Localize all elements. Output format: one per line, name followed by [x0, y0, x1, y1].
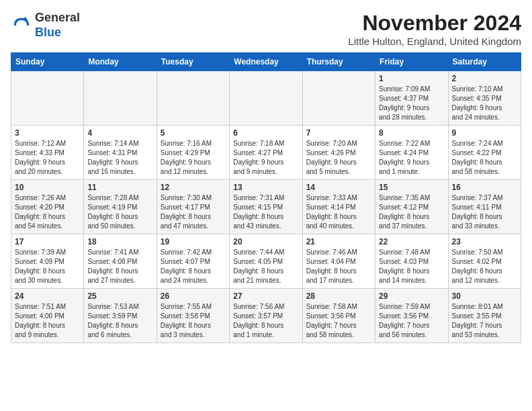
calendar-day-cell: 5Sunrise: 7:16 AM Sunset: 4:29 PM Daylig… [157, 126, 229, 180]
weekday-header-cell: Sunday [11, 53, 84, 71]
calendar-day-cell: 7Sunrise: 7:20 AM Sunset: 4:26 PM Daylig… [302, 126, 375, 180]
day-info: Sunrise: 7:12 AM Sunset: 4:33 PM Dayligh… [15, 139, 80, 177]
calendar-day-cell: 26Sunrise: 7:55 AM Sunset: 3:58 PM Dayli… [157, 289, 229, 343]
day-info: Sunrise: 8:01 AM Sunset: 3:55 PM Dayligh… [452, 302, 517, 340]
day-number: 27 [233, 291, 298, 301]
weekday-header-cell: Saturday [448, 53, 521, 71]
calendar-day-cell: 8Sunrise: 7:22 AM Sunset: 4:24 PM Daylig… [375, 126, 448, 180]
day-info: Sunrise: 7:24 AM Sunset: 4:22 PM Dayligh… [452, 139, 517, 177]
day-number: 4 [87, 128, 152, 138]
day-info: Sunrise: 7:41 AM Sunset: 4:08 PM Dayligh… [87, 248, 152, 285]
day-number: 30 [452, 291, 517, 301]
calendar-day-cell: 23Sunrise: 7:50 AM Sunset: 4:02 PM Dayli… [448, 234, 521, 289]
day-number: 18 [87, 237, 152, 246]
calendar-day-cell: 25Sunrise: 7:53 AM Sunset: 3:59 PM Dayli… [84, 289, 157, 343]
calendar-day-cell: 14Sunrise: 7:33 AM Sunset: 4:14 PM Dayli… [302, 180, 375, 234]
calendar-day-cell: 28Sunrise: 7:58 AM Sunset: 3:56 PM Dayli… [302, 289, 375, 343]
day-info: Sunrise: 7:18 AM Sunset: 4:27 PM Dayligh… [233, 139, 298, 177]
day-info: Sunrise: 7:30 AM Sunset: 4:17 PM Dayligh… [161, 193, 226, 231]
calendar-day-cell: 12Sunrise: 7:30 AM Sunset: 4:17 PM Dayli… [157, 180, 229, 234]
day-info: Sunrise: 7:53 AM Sunset: 3:59 PM Dayligh… [87, 302, 152, 340]
calendar-day-cell: 9Sunrise: 7:24 AM Sunset: 4:22 PM Daylig… [448, 126, 521, 180]
day-info: Sunrise: 7:35 AM Sunset: 4:12 PM Dayligh… [379, 193, 444, 231]
day-number: 8 [379, 128, 444, 138]
calendar-day-cell: 22Sunrise: 7:48 AM Sunset: 4:03 PM Dayli… [375, 234, 448, 289]
weekday-header-cell: Wednesday [230, 53, 302, 71]
calendar-day-cell [230, 71, 302, 126]
calendar-day-cell: 30Sunrise: 8:01 AM Sunset: 3:55 PM Dayli… [448, 289, 521, 343]
day-number: 23 [452, 237, 517, 246]
day-info: Sunrise: 7:33 AM Sunset: 4:14 PM Dayligh… [306, 193, 371, 231]
calendar-day-cell: 11Sunrise: 7:28 AM Sunset: 4:19 PM Dayli… [84, 180, 157, 234]
day-number: 7 [306, 128, 371, 138]
day-number: 11 [87, 183, 152, 192]
calendar-day-cell: 17Sunrise: 7:39 AM Sunset: 4:09 PM Dayli… [11, 234, 84, 289]
day-info: Sunrise: 7:46 AM Sunset: 4:04 PM Dayligh… [306, 248, 371, 285]
day-info: Sunrise: 7:51 AM Sunset: 4:00 PM Dayligh… [15, 302, 80, 340]
day-number: 20 [233, 237, 298, 246]
day-info: Sunrise: 7:48 AM Sunset: 4:03 PM Dayligh… [379, 248, 444, 285]
calendar-day-cell: 21Sunrise: 7:46 AM Sunset: 4:04 PM Dayli… [302, 234, 375, 289]
calendar-day-cell: 6Sunrise: 7:18 AM Sunset: 4:27 PM Daylig… [230, 126, 302, 180]
day-number: 1 [379, 74, 444, 83]
month-title: November 2024 [348, 11, 521, 36]
calendar-day-cell [157, 71, 229, 126]
calendar-body: 1Sunrise: 7:09 AM Sunset: 4:37 PM Daylig… [11, 71, 521, 343]
logo: General Blue [11, 11, 80, 40]
day-info: Sunrise: 7:28 AM Sunset: 4:19 PM Dayligh… [87, 193, 152, 231]
day-info: Sunrise: 7:55 AM Sunset: 3:58 PM Dayligh… [161, 302, 226, 340]
logo-text: General Blue [35, 11, 80, 40]
day-number: 22 [379, 237, 444, 246]
calendar-day-cell: 13Sunrise: 7:31 AM Sunset: 4:15 PM Dayli… [230, 180, 302, 234]
calendar-day-cell: 1Sunrise: 7:09 AM Sunset: 4:37 PM Daylig… [375, 71, 448, 126]
calendar-week-row: 17Sunrise: 7:39 AM Sunset: 4:09 PM Dayli… [11, 234, 521, 289]
day-number: 9 [452, 128, 517, 138]
weekday-header-row: SundayMondayTuesdayWednesdayThursdayFrid… [11, 53, 521, 71]
day-number: 25 [87, 291, 152, 301]
weekday-header-cell: Monday [84, 53, 157, 71]
day-info: Sunrise: 7:22 AM Sunset: 4:24 PM Dayligh… [379, 139, 444, 177]
day-number: 24 [15, 291, 80, 301]
calendar-day-cell [11, 71, 84, 126]
calendar-day-cell [302, 71, 375, 126]
day-info: Sunrise: 7:20 AM Sunset: 4:26 PM Dayligh… [306, 139, 371, 177]
day-number: 2 [452, 74, 517, 83]
calendar-day-cell [84, 71, 157, 126]
title-area: November 2024 Little Hulton, England, Un… [348, 11, 521, 47]
day-info: Sunrise: 7:09 AM Sunset: 4:37 PM Dayligh… [379, 85, 444, 122]
day-info: Sunrise: 7:14 AM Sunset: 4:31 PM Dayligh… [87, 139, 152, 177]
calendar-day-cell: 24Sunrise: 7:51 AM Sunset: 4:00 PM Dayli… [11, 289, 84, 343]
day-number: 21 [306, 237, 371, 246]
weekday-header-cell: Tuesday [157, 53, 229, 71]
day-number: 13 [233, 183, 298, 192]
day-number: 5 [161, 128, 226, 138]
day-info: Sunrise: 7:16 AM Sunset: 4:29 PM Dayligh… [161, 139, 226, 177]
calendar-day-cell: 29Sunrise: 7:59 AM Sunset: 3:56 PM Dayli… [375, 289, 448, 343]
calendar-day-cell: 15Sunrise: 7:35 AM Sunset: 4:12 PM Dayli… [375, 180, 448, 234]
calendar-day-cell: 4Sunrise: 7:14 AM Sunset: 4:31 PM Daylig… [84, 126, 157, 180]
weekday-header-cell: Thursday [302, 53, 375, 71]
calendar-day-cell: 20Sunrise: 7:44 AM Sunset: 4:05 PM Dayli… [230, 234, 302, 289]
weekday-header-cell: Friday [375, 53, 448, 71]
header: General Blue November 2024 Little Hulton… [11, 11, 521, 47]
day-info: Sunrise: 7:26 AM Sunset: 4:20 PM Dayligh… [15, 193, 80, 231]
day-number: 3 [15, 128, 80, 138]
calendar-day-cell: 10Sunrise: 7:26 AM Sunset: 4:20 PM Dayli… [11, 180, 84, 234]
day-number: 26 [161, 291, 226, 301]
day-number: 28 [306, 291, 371, 301]
day-info: Sunrise: 7:44 AM Sunset: 4:05 PM Dayligh… [233, 248, 298, 285]
day-info: Sunrise: 7:50 AM Sunset: 4:02 PM Dayligh… [452, 248, 517, 285]
calendar-day-cell: 16Sunrise: 7:37 AM Sunset: 4:11 PM Dayli… [448, 180, 521, 234]
calendar-day-cell: 3Sunrise: 7:12 AM Sunset: 4:33 PM Daylig… [11, 126, 84, 180]
calendar-day-cell: 2Sunrise: 7:10 AM Sunset: 4:35 PM Daylig… [448, 71, 521, 126]
calendar-day-cell: 27Sunrise: 7:56 AM Sunset: 3:57 PM Dayli… [230, 289, 302, 343]
day-number: 16 [452, 183, 517, 192]
day-info: Sunrise: 7:59 AM Sunset: 3:56 PM Dayligh… [379, 302, 444, 340]
day-number: 10 [15, 183, 80, 192]
location: Little Hulton, England, United Kingdom [348, 36, 521, 47]
calendar-week-row: 3Sunrise: 7:12 AM Sunset: 4:33 PM Daylig… [11, 126, 521, 180]
day-number: 15 [379, 183, 444, 192]
logo-icon [11, 15, 32, 36]
calendar-week-row: 24Sunrise: 7:51 AM Sunset: 4:00 PM Dayli… [11, 289, 521, 343]
calendar-week-row: 10Sunrise: 7:26 AM Sunset: 4:20 PM Dayli… [11, 180, 521, 234]
